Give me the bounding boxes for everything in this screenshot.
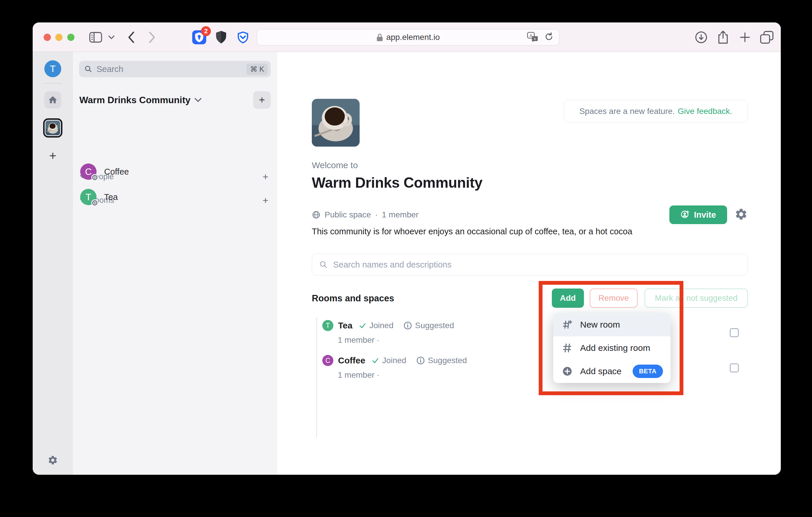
settings-button[interactable] bbox=[48, 455, 58, 466]
room-avatar: T bbox=[80, 189, 96, 205]
panel-search-placeholder: Search bbox=[96, 64, 246, 74]
traffic-light-close[interactable] bbox=[44, 34, 51, 41]
browser-toolbar: 2 app.element.io Ax bbox=[33, 23, 781, 52]
space-settings-button[interactable] bbox=[734, 208, 748, 222]
invite-label: Invite bbox=[694, 210, 716, 220]
mark-not-suggested-button[interactable]: Mark as not suggested bbox=[645, 288, 748, 308]
search-rooms-placeholder: Search names and descriptions bbox=[333, 260, 452, 270]
welcome-text: Welcome to bbox=[312, 160, 358, 170]
pocket-extension-icon[interactable] bbox=[236, 30, 250, 44]
sidebar-toggle-icon[interactable] bbox=[89, 32, 102, 43]
element-app: T + Search bbox=[33, 52, 781, 475]
gear-icon bbox=[734, 208, 748, 221]
menu-item-add-space[interactable]: Add space BETA bbox=[553, 360, 671, 383]
url-bar[interactable]: app.element.io Ax bbox=[257, 29, 559, 45]
joined-label: Joined bbox=[369, 321, 394, 330]
room-list-item[interactable]: C Coffee bbox=[73, 160, 277, 183]
info-icon[interactable] bbox=[403, 321, 412, 330]
downloads-icon[interactable] bbox=[695, 31, 707, 44]
add-dropdown-menu: New room Add existing room Add space BET… bbox=[553, 313, 671, 383]
suggested-label: Suggested bbox=[415, 321, 454, 330]
info-icon[interactable] bbox=[416, 356, 425, 365]
space-home: Spaces are a new feature. Give feedback.… bbox=[277, 52, 781, 475]
hash-icon bbox=[562, 343, 573, 353]
user-avatar[interactable]: T bbox=[44, 60, 61, 77]
url-text: app.element.io bbox=[386, 33, 440, 42]
globe-icon bbox=[312, 210, 321, 219]
rail-divider bbox=[44, 83, 62, 84]
search-rooms-input[interactable]: Search names and descriptions bbox=[312, 254, 748, 275]
give-feedback-link[interactable]: Give feedback. bbox=[678, 107, 732, 116]
password-manager-extension-icon[interactable]: 2 bbox=[192, 30, 207, 45]
add-to-space-button[interactable]: + bbox=[253, 91, 271, 109]
room-list-item[interactable]: T Tea bbox=[73, 186, 277, 208]
panel-search-input[interactable]: Search ⌘ K bbox=[79, 61, 271, 77]
share-icon[interactable] bbox=[717, 30, 729, 44]
row-room-name: Coffee bbox=[338, 356, 365, 365]
room-list-panel: Search ⌘ K Warm Drinks Community + Peopl… bbox=[73, 52, 277, 475]
coffee-space-avatar bbox=[46, 121, 60, 135]
room-avatar: C bbox=[322, 355, 334, 366]
shield-extension-icon[interactable] bbox=[215, 30, 227, 44]
spaces-rail: T + bbox=[33, 52, 73, 475]
home-icon bbox=[48, 95, 58, 105]
invite-button[interactable]: Invite bbox=[669, 206, 727, 224]
menu-item-label: Add existing room bbox=[580, 343, 650, 353]
beta-badge: BETA bbox=[633, 365, 663, 378]
space-image[interactable] bbox=[312, 99, 359, 147]
visibility-label: Public space bbox=[325, 210, 371, 219]
create-space-button[interactable]: + bbox=[49, 149, 57, 163]
space-avatar-active[interactable] bbox=[43, 118, 62, 138]
public-room-globe-icon bbox=[91, 199, 98, 206]
plus-circle-icon bbox=[562, 366, 573, 376]
hash-plus-icon bbox=[562, 320, 573, 330]
dot-separator: · bbox=[375, 210, 378, 219]
home-button[interactable] bbox=[44, 92, 61, 109]
space-header[interactable]: Warm Drinks Community + bbox=[73, 91, 277, 109]
svg-text:x: x bbox=[534, 36, 536, 41]
room-avatar: C bbox=[80, 163, 96, 180]
new-tab-icon[interactable] bbox=[739, 31, 751, 43]
tab-overview-icon[interactable] bbox=[760, 31, 774, 44]
row-checkbox-coffee[interactable] bbox=[730, 363, 739, 372]
chevron-down-icon bbox=[195, 98, 202, 102]
member-count: 1 member bbox=[382, 210, 418, 219]
public-room-globe-icon bbox=[91, 174, 98, 181]
space-info-row: Public space · 1 member bbox=[312, 210, 418, 219]
search-icon bbox=[319, 260, 328, 269]
chevron-down-icon[interactable] bbox=[108, 35, 115, 39]
back-icon[interactable] bbox=[127, 31, 136, 43]
search-icon bbox=[84, 65, 92, 73]
space-description: This community is for whoever enjoys an … bbox=[312, 227, 749, 236]
plus-icon: + bbox=[49, 149, 57, 163]
forward-icon[interactable] bbox=[148, 31, 156, 43]
lock-icon bbox=[376, 33, 383, 42]
menu-item-label: New room bbox=[580, 320, 620, 330]
menu-item-add-existing-room[interactable]: Add existing room bbox=[553, 336, 671, 360]
room-name: Coffee bbox=[104, 167, 129, 177]
traffic-light-minimize[interactable] bbox=[55, 34, 63, 41]
feedback-banner: Spaces are a new feature. Give feedback. bbox=[564, 100, 748, 123]
row-checkbox-tea[interactable] bbox=[730, 328, 739, 337]
add-button[interactable]: Add bbox=[552, 288, 584, 308]
menu-item-label: Add space bbox=[580, 366, 621, 376]
row-member-count: 1 member · bbox=[338, 370, 379, 380]
remove-button[interactable]: Remove bbox=[590, 288, 638, 308]
space-name: Warm Drinks Community bbox=[79, 95, 191, 105]
room-avatar: T bbox=[322, 320, 334, 331]
extension-badge: 2 bbox=[201, 26, 211, 36]
check-icon bbox=[372, 357, 379, 364]
hierarchy-tree-line bbox=[316, 317, 317, 437]
screenshot-root: 2 app.element.io Ax bbox=[0, 0, 812, 517]
room-name: Tea bbox=[104, 192, 118, 202]
reload-icon[interactable] bbox=[544, 32, 554, 43]
traffic-light-zoom[interactable] bbox=[67, 34, 75, 41]
translate-icon[interactable]: Ax bbox=[527, 32, 539, 43]
rooms-and-spaces-heading: Rooms and spaces bbox=[312, 293, 394, 304]
hierarchy-row-coffee[interactable]: C Coffee Joined Suggested bbox=[322, 355, 467, 366]
gear-icon bbox=[48, 455, 58, 465]
row-member-count: 1 member · bbox=[338, 335, 379, 345]
hierarchy-row-tea[interactable]: T Tea Joined Suggested bbox=[322, 320, 454, 331]
browser-window: 2 app.element.io Ax bbox=[33, 23, 781, 475]
menu-item-new-room[interactable]: New room bbox=[553, 313, 671, 336]
